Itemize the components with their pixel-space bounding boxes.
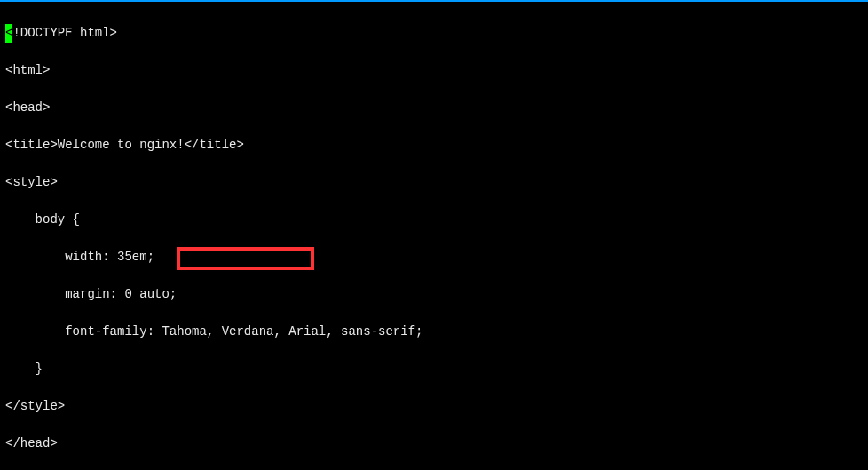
code-line: font-family: Tahoma, Verdana, Arial, san… <box>5 323 863 341</box>
code-line: margin: 0 auto; <box>5 285 863 304</box>
code-line: width: 35em; <box>5 248 863 267</box>
code-line: <html> <box>5 61 863 80</box>
code-text: !DOCTYPE html> <box>12 26 117 40</box>
code-line: body { <box>5 211 863 229</box>
code-line: <title>Welcome to nginx!</title> <box>5 136 863 155</box>
code-line: <head> <box>5 99 863 117</box>
code-line: <!DOCTYPE html> <box>5 24 863 43</box>
code-line: </style> <box>5 397 863 416</box>
code-line: } <box>5 360 863 378</box>
code-line: </head> <box>5 434 863 453</box>
terminal-content[interactable]: <!DOCTYPE html> <html> <head> <title>Wel… <box>0 2 868 470</box>
code-line: <style> <box>5 173 863 192</box>
